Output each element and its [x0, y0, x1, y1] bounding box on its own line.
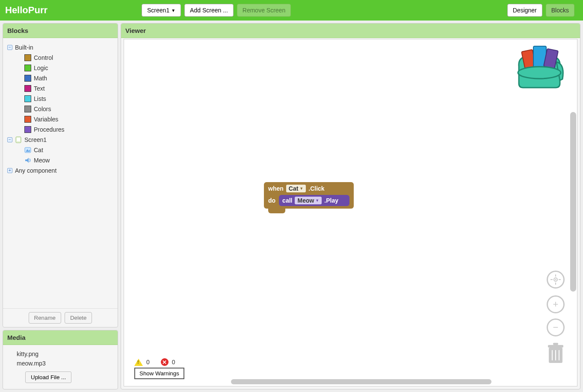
- chevron-down-icon: ▼: [171, 8, 175, 13]
- blocks-tree: − Built-in Control Logic Math: [3, 38, 118, 308]
- tree-component-label: Meow: [34, 157, 50, 164]
- color-swatch-icon: [24, 65, 31, 71]
- svg-point-10: [555, 279, 556, 280]
- warnings-footer: 0 ✕ 0 Show Warnings: [134, 358, 184, 379]
- svg-rect-16: [548, 345, 563, 348]
- media-file[interactable]: kitty.png: [17, 349, 113, 359]
- tree-screen1[interactable]: − Screen1: [6, 135, 114, 145]
- tree-category-colors[interactable]: Colors: [6, 104, 114, 114]
- svg-rect-17: [553, 343, 558, 345]
- tree-category-label: Text: [34, 85, 45, 92]
- blocks-tab-button[interactable]: Blocks: [546, 4, 574, 17]
- tree-category-label: Math: [34, 75, 47, 82]
- error-count: 0: [172, 359, 175, 365]
- svg-point-8: [518, 67, 561, 79]
- blocks-panel-footer: Rename Delete: [3, 308, 118, 327]
- block-foot: [268, 208, 285, 213]
- collapse-icon[interactable]: −: [7, 45, 12, 50]
- screen-selector-label: Screen1: [147, 7, 169, 14]
- block-call-target-dropdown[interactable]: Meow ▼: [295, 197, 322, 204]
- block-do-keyword: do: [268, 197, 275, 204]
- media-body: kitty.png meow.mp3 Upload File ...: [3, 345, 118, 389]
- remove-screen-button[interactable]: Remove Screen: [237, 4, 291, 17]
- blocks-panel-header: Blocks: [3, 24, 118, 38]
- app-title: HelloPurr: [5, 5, 47, 16]
- block-when-keyword: when: [268, 185, 284, 192]
- block-when-target-dropdown[interactable]: Cat ▼: [286, 185, 306, 192]
- color-swatch-icon: [24, 54, 31, 61]
- expand-icon[interactable]: +: [7, 168, 12, 173]
- tree-category-procedures[interactable]: Procedures: [6, 124, 114, 135]
- vertical-scrollbar[interactable]: [570, 112, 576, 292]
- tree-category-text[interactable]: Text: [6, 83, 114, 94]
- designer-tab-button[interactable]: Designer: [507, 4, 542, 17]
- tree-any-component-label: Any component: [15, 167, 56, 174]
- center-target-icon[interactable]: [547, 271, 565, 289]
- tree-category-label: Procedures: [34, 126, 65, 133]
- blocks-panel: Blocks − Built-in Control Logic: [3, 23, 118, 327]
- media-panel: Media kitty.png meow.mp3 Upload File ...: [3, 330, 118, 389]
- tree-category-label: Lists: [34, 95, 46, 102]
- tree-category-math[interactable]: Math: [6, 73, 114, 83]
- tree-category-lists[interactable]: Lists: [6, 94, 114, 104]
- block-when-event: .Click: [308, 185, 324, 192]
- chevron-down-icon: ▼: [299, 186, 303, 191]
- warning-counts: 0 ✕ 0: [134, 358, 184, 366]
- block-call[interactable]: call Meow ▼ .Play: [279, 195, 349, 206]
- horizontal-scrollbar[interactable]: [231, 379, 491, 384]
- image-icon: [24, 147, 31, 153]
- zoom-in-icon[interactable]: +: [547, 295, 565, 313]
- viewer-panel-header: Viewer: [121, 24, 580, 38]
- tree-builtin-label: Built-in: [15, 44, 33, 51]
- trash-icon[interactable]: [545, 342, 566, 365]
- viewer-controls: + −: [545, 271, 566, 365]
- show-warnings-button[interactable]: Show Warnings: [134, 368, 184, 379]
- block-call-target-label: Meow: [297, 197, 314, 204]
- chevron-down-icon: ▼: [315, 198, 319, 203]
- color-swatch-icon: [24, 106, 31, 112]
- backpack-icon[interactable]: [514, 43, 565, 90]
- add-screen-button[interactable]: Add Screen ...: [184, 4, 234, 17]
- sound-icon: [24, 157, 31, 164]
- upload-file-button[interactable]: Upload File ...: [25, 371, 71, 383]
- screen-icon: [15, 136, 22, 143]
- warning-triangle-icon: [134, 359, 143, 366]
- color-swatch-icon: [24, 126, 31, 133]
- block-when-click[interactable]: when Cat ▼ .Click do call Meow: [264, 182, 354, 213]
- media-panel-header: Media: [3, 330, 118, 345]
- media-file[interactable]: meow.mp3: [17, 359, 113, 368]
- tree-category-label: Logic: [34, 65, 48, 71]
- tree-any-component[interactable]: + Any component: [6, 165, 114, 176]
- tree-category-label: Colors: [34, 106, 51, 112]
- svg-rect-1: [17, 138, 20, 141]
- tree-builtin[interactable]: − Built-in: [6, 42, 114, 53]
- viewer-workspace[interactable]: + − 0 ✕ 0 Show Warnings: [124, 39, 577, 386]
- color-swatch-icon: [24, 95, 31, 102]
- left-column: Blocks − Built-in Control Logic: [3, 23, 118, 389]
- upload-row: Upload File ...: [25, 371, 113, 383]
- tree-category-variables[interactable]: Variables: [6, 114, 114, 124]
- tree-category-label: Variables: [34, 116, 58, 123]
- rename-button[interactable]: Rename: [29, 312, 61, 324]
- tree-screen1-label: Screen1: [24, 136, 47, 143]
- block-call-keyword: call: [282, 197, 292, 204]
- tree-component-meow[interactable]: Meow: [6, 155, 114, 165]
- tree-category-control[interactable]: Control: [6, 53, 114, 63]
- collapse-icon[interactable]: −: [7, 137, 12, 142]
- block-when-target-label: Cat: [289, 185, 299, 192]
- tree-component-label: Cat: [34, 147, 43, 153]
- warning-count: 0: [146, 359, 150, 365]
- block-call-method: .Play: [324, 197, 338, 204]
- delete-button[interactable]: Delete: [65, 312, 92, 324]
- tree-category-label: Control: [34, 54, 53, 61]
- error-circle-icon: ✕: [161, 358, 169, 366]
- color-swatch-icon: [24, 75, 31, 82]
- zoom-out-icon[interactable]: −: [547, 318, 565, 336]
- topbar: HelloPurr Screen1 ▼ Add Screen ... Remov…: [0, 0, 583, 21]
- tree-component-cat[interactable]: Cat: [6, 145, 114, 155]
- color-swatch-icon: [24, 116, 31, 123]
- viewer-panel: Viewer +: [121, 23, 580, 389]
- svg-marker-4: [25, 158, 29, 163]
- tree-category-logic[interactable]: Logic: [6, 63, 114, 73]
- screen-selector[interactable]: Screen1 ▼: [142, 4, 181, 17]
